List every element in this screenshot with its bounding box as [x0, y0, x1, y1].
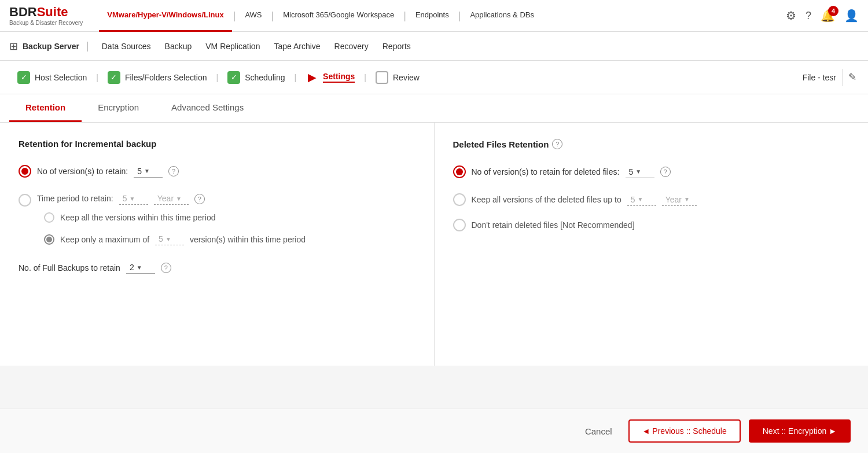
nav-vmware[interactable]: VMware/Hyper-V/Windows/Linux	[99, 0, 231, 32]
timeperiod-unit-dropdown[interactable]: Year ▼	[154, 193, 189, 205]
versions-dropdown[interactable]: 5 ▼	[134, 165, 163, 178]
radio-versions-inner	[21, 168, 28, 175]
keep-all-unit-dropdown[interactable]: Year ▼	[662, 194, 697, 206]
step-review[interactable]: Review	[370, 71, 425, 84]
nav-m365[interactable]: Microsoft 365/Google Workspace	[275, 0, 402, 32]
radio-dont-retain[interactable]	[453, 219, 466, 231]
data-sources-nav[interactable]: Data Sources	[96, 42, 157, 51]
nav-aws[interactable]: AWS	[237, 0, 270, 32]
right-panel-title-row: Deleted Files Retention ?	[453, 139, 850, 149]
deleted-versions-row: No of version(s) to retain for deleted f…	[453, 165, 850, 178]
top-nav-links: VMware/Hyper-V/Windows/Linux | AWS | Mic…	[99, 0, 786, 32]
step-scheduling[interactable]: ✓ Scheduling	[222, 71, 290, 84]
spacer	[0, 366, 868, 412]
integrations-icon-btn[interactable]: ⚙	[786, 9, 796, 23]
step-files-selection[interactable]: ✓ Files/Folders Selection	[102, 71, 213, 84]
wizard-steps: ✓ Host Selection | ✓ Files/Folders Selec…	[0, 61, 868, 94]
host-selection-label: Host Selection	[35, 73, 87, 82]
sub-option1-label: Keep all the versions within this time p…	[60, 213, 215, 222]
tab-encryption[interactable]: Encryption	[82, 94, 155, 122]
logo-suite: Suite	[37, 5, 68, 19]
full-backup-row: No. of Full Backups to retain 2 ▼ ?	[19, 262, 415, 274]
reports-nav[interactable]: Reports	[377, 42, 417, 51]
step-settings[interactable]: ▶ Settings	[300, 71, 361, 84]
radio-keep-all[interactable]	[453, 193, 466, 206]
second-nav: ⊞ Backup Server | Data Sources Backup VM…	[0, 32, 868, 61]
footer: Cancel ◄ Previous :: Schedule Next :: En…	[0, 408, 868, 412]
radio-sub1[interactable]	[44, 212, 54, 223]
sub-option2-prefix: Keep only a maximum of	[60, 235, 149, 244]
tab-retention[interactable]: Retention	[9, 94, 82, 122]
sub-options: Keep all the versions within this time p…	[44, 212, 415, 245]
deleted-versions-value: 5	[629, 167, 634, 176]
user-icon-btn[interactable]: 👤	[844, 9, 859, 23]
radio-timeperiod[interactable]	[19, 194, 31, 207]
keep-all-label: Keep all versions of the deleted files u…	[472, 195, 621, 204]
vm-replication-nav[interactable]: VM Replication	[200, 42, 266, 51]
notifications-icon-btn[interactable]: 🔔 4	[821, 9, 835, 23]
recovery-nav[interactable]: Recovery	[329, 42, 374, 51]
deleted-versions-caret: ▼	[635, 168, 641, 175]
versions-value: 5	[137, 167, 142, 176]
review-check-empty	[376, 71, 388, 84]
option-versions-row: No of version(s) to retain: 5 ▼ ?	[19, 165, 415, 178]
notification-badge: 4	[828, 6, 838, 16]
keep-all-unit-caret: ▼	[684, 196, 690, 202]
nav-sep-3: |	[402, 10, 407, 22]
nav-sep-4: |	[457, 10, 462, 22]
option-versions-label: No of version(s) to retain:	[37, 167, 128, 176]
keep-all-value: 5	[631, 195, 635, 204]
dont-retain-row: Don't retain deleted files [Not Recommen…	[453, 219, 850, 231]
nav-apps[interactable]: Applications & DBs	[462, 0, 542, 32]
backup-server-nav[interactable]: Backup Server	[23, 42, 79, 51]
right-panel-title: Deleted Files Retention	[453, 139, 549, 149]
right-panel: Deleted Files Retention ? No of version(…	[435, 123, 869, 366]
help-icon-btn[interactable]: ?	[806, 10, 811, 22]
dont-retain-label: Don't retain deleted files [Not Recommen…	[472, 220, 635, 230]
full-backup-value: 2	[130, 263, 134, 272]
tab-advanced-settings[interactable]: Advanced Settings	[155, 94, 260, 122]
deleted-versions-label: No of version(s) to retain for deleted f…	[472, 167, 620, 176]
nav-sep: |	[86, 40, 89, 52]
radio-sub2-inner	[46, 237, 52, 242]
timeperiod-caret: ▼	[130, 196, 135, 202]
deleted-versions-dropdown[interactable]: 5 ▼	[626, 166, 654, 178]
radio-deleted-versions-inner	[456, 168, 463, 175]
sep-line	[842, 69, 843, 86]
backup-nav[interactable]: Backup	[159, 42, 198, 51]
step-sep-3: |	[294, 73, 296, 82]
tape-archive-nav[interactable]: Tape Archive	[268, 42, 326, 51]
radio-sub2[interactable]	[44, 234, 54, 245]
versions-help[interactable]: ?	[168, 166, 179, 176]
host-selection-check: ✓	[17, 71, 30, 84]
scheduling-check: ✓	[227, 71, 240, 84]
deleted-files-help[interactable]: ?	[552, 139, 562, 149]
radio-deleted-versions[interactable]	[453, 165, 466, 178]
deleted-versions-help[interactable]: ?	[660, 167, 671, 177]
keep-all-unit: Year	[665, 195, 682, 204]
edit-file-btn[interactable]: ✎	[848, 71, 856, 83]
top-nav-icons: ⚙ ? 🔔 4 👤	[786, 9, 859, 23]
max-versions-dropdown[interactable]: 5 ▼	[155, 233, 184, 245]
max-versions-value: 5	[159, 234, 163, 244]
full-backup-dropdown[interactable]: 2 ▼	[126, 262, 155, 274]
radio-versions[interactable]	[19, 165, 31, 178]
grid-menu-btn[interactable]: ⊞	[9, 40, 18, 53]
timeperiod-value-dropdown[interactable]: 5 ▼	[119, 193, 148, 205]
left-panel: Retention for Incremental backup No of v…	[0, 123, 435, 366]
nav-sep-1: |	[232, 10, 237, 22]
max-versions-caret: ▼	[165, 236, 171, 242]
sub-option2-suffix: version(s) within this time period	[190, 235, 306, 244]
logo-bdr: BDR	[9, 5, 37, 19]
nav-endpoints[interactable]: Endpoints	[407, 0, 457, 32]
step-host-selection[interactable]: ✓ Host Selection	[12, 71, 93, 84]
step-sep-1: |	[96, 73, 98, 82]
timeperiod-help[interactable]: ?	[194, 194, 205, 204]
timeperiod-unit: Year	[157, 194, 174, 203]
keep-all-value-dropdown[interactable]: 5 ▼	[627, 194, 656, 206]
top-nav: BDRSuite Backup & Disaster Recovery VMwa…	[0, 0, 868, 32]
keep-all-caret: ▼	[637, 196, 643, 202]
full-backup-help[interactable]: ?	[161, 263, 171, 273]
step-sep-4: |	[364, 73, 366, 82]
scheduling-label: Scheduling	[245, 73, 285, 82]
